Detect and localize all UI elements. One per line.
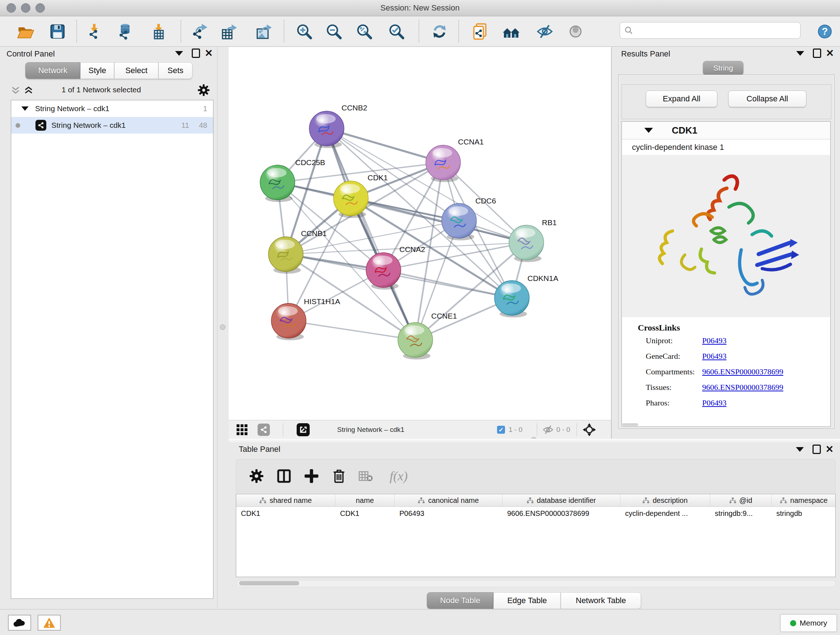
import-network-file-button[interactable]	[84, 21, 104, 42]
table-horizontal-scrollbar[interactable]	[237, 580, 836, 587]
expand-all-chevrons-icon[interactable]	[24, 86, 33, 95]
results-panel-close-button[interactable]: ✕	[824, 48, 836, 59]
column-header-namespace[interactable]: namespace	[772, 494, 836, 507]
table-panel-collapse-button[interactable]	[794, 444, 806, 455]
tab-style[interactable]: Style	[80, 62, 114, 79]
selected-checkbox-icon[interactable]: ✓	[497, 426, 505, 434]
main-toolbar: ?	[0, 16, 840, 47]
results-scrollbar-thumb[interactable]	[622, 423, 638, 426]
uniprot-link[interactable]: P06493	[702, 336, 726, 345]
search-input[interactable]	[636, 26, 800, 35]
tab-network[interactable]: Network	[25, 62, 80, 79]
toolbar-separator	[458, 20, 459, 42]
show-graphics-details-button[interactable]	[566, 21, 585, 42]
network-node-CCNA1[interactable]: CCNA1	[426, 138, 484, 182]
column-header-id[interactable]: @id	[710, 494, 772, 507]
collapse-all-button[interactable]: Collapse All	[728, 90, 806, 107]
refresh-layout-button[interactable]	[430, 21, 449, 42]
delete-table-icon	[358, 470, 373, 482]
column-header-database-identifier[interactable]: database identifier	[502, 494, 621, 507]
network-collection-row[interactable]: String Network – cdk1 1	[11, 100, 213, 117]
results-panel-collapse-button[interactable]	[794, 48, 806, 59]
table-options-button[interactable]	[246, 466, 267, 486]
network-edge-CCNA2-CDKN1A[interactable]	[384, 270, 512, 298]
zoom-in-button[interactable]	[294, 21, 314, 42]
collapse-all-chevrons-icon[interactable]	[11, 86, 20, 95]
column-header-description[interactable]: description	[621, 494, 710, 507]
network-edge-CCNB2-CCNA1[interactable]	[327, 128, 443, 163]
cloud-status-button[interactable]	[8, 615, 31, 631]
create-column-button[interactable]	[302, 466, 322, 486]
cell-namespace[interactable]: stringdb	[772, 507, 836, 519]
export-table-button[interactable]	[219, 21, 239, 42]
function-builder-button[interactable]: f(x)	[382, 466, 415, 486]
delete-table-button[interactable]	[355, 466, 376, 486]
open-browser-button[interactable]	[501, 21, 521, 42]
splitter-handle[interactable]	[220, 325, 225, 330]
view-grid-button[interactable]	[237, 420, 248, 439]
network-node-CDKN1A[interactable]: CDKN1A	[494, 274, 558, 318]
column-header-canonical-name[interactable]: canonical name	[395, 494, 502, 507]
memory-button[interactable]: Memory	[780, 614, 837, 632]
section-collapse-icon[interactable]	[644, 128, 653, 133]
import-network-database-button[interactable]	[115, 21, 134, 42]
control-panel-collapse-button[interactable]	[173, 48, 185, 59]
tab-string[interactable]: String	[703, 61, 744, 75]
column-header-shared-name[interactable]: shared name	[236, 494, 335, 507]
table-panel-close-button[interactable]: ✕	[823, 444, 836, 455]
string-results-container: Expand All Collapse All CDK1 cyclin-depe…	[618, 74, 835, 429]
export-image-button[interactable]	[254, 21, 274, 42]
network-edge-HIST1H1A-CCNE1[interactable]	[289, 321, 415, 340]
help-button[interactable]: ?	[815, 21, 835, 42]
scrollbar-thumb[interactable]	[239, 581, 299, 585]
cell-database-identifier[interactable]: 9606.ENSP00000378699	[502, 507, 621, 519]
network-canvas[interactable]: CCNB2CCNA1CDC25BCDK1CDC6RB1CCNB1CCNA2CDK…	[229, 47, 611, 420]
zoom-fit-button[interactable]	[355, 21, 374, 42]
view-share-button[interactable]	[257, 420, 270, 439]
expand-all-button[interactable]: Expand All	[646, 90, 717, 107]
birdseye-toggle-button[interactable]	[297, 420, 309, 439]
control-panel-float-button[interactable]	[189, 48, 202, 59]
network-node-HIST1H1A[interactable]: HIST1H1A	[271, 297, 340, 340]
table-panel-float-button[interactable]	[810, 444, 823, 455]
warnings-button[interactable]	[38, 615, 61, 631]
pharos-link[interactable]: P06493	[702, 398, 726, 408]
zoom-selected-button[interactable]	[387, 21, 406, 42]
control-panel-close-button[interactable]: ✕	[202, 48, 215, 59]
network-node-CCNB1[interactable]: CCNB1	[268, 229, 327, 274]
hide-annotations-button[interactable]	[535, 21, 554, 42]
import-table-button[interactable]	[149, 21, 168, 42]
results-panel-float-button[interactable]	[811, 48, 823, 59]
tab-select[interactable]: Select	[114, 62, 158, 79]
open-session-button[interactable]	[16, 21, 35, 42]
tissues-link[interactable]: 9606.ENSP00000378699	[702, 383, 783, 392]
network-node-CDK1[interactable]: CDK1	[333, 173, 388, 218]
column-header-name[interactable]: name	[335, 494, 395, 507]
save-session-button[interactable]	[48, 21, 67, 42]
gene-section-header[interactable]: CDK1	[622, 122, 830, 139]
compartments-link[interactable]: 9606.ENSP00000378699	[702, 367, 783, 377]
share-document-button[interactable]	[471, 21, 490, 42]
tab-network-table[interactable]: Network Table	[561, 592, 641, 609]
network-node-RB1[interactable]: RB1	[509, 218, 557, 262]
gear-icon[interactable]	[197, 84, 210, 96]
tab-sets[interactable]: Sets	[158, 62, 193, 79]
tab-node-table[interactable]: Node Table	[427, 592, 493, 609]
genecard-link[interactable]: P06493	[702, 352, 726, 361]
show-columns-button[interactable]	[274, 466, 294, 486]
tree-expand-icon[interactable]	[21, 106, 28, 111]
fit-content-button[interactable]	[583, 420, 596, 439]
network-row[interactable]: String Network – cdk1 11 48	[11, 117, 213, 134]
network-node-CCNB2[interactable]: CCNB2	[309, 103, 367, 148]
export-table-icon	[221, 23, 238, 40]
cell-description[interactable]: cyclin-dependent ...	[621, 507, 710, 519]
cell-name[interactable]: CDK1	[335, 507, 395, 519]
cell-shared-name[interactable]: CDK1	[236, 507, 335, 519]
left-splitter[interactable]	[217, 47, 229, 609]
tab-edge-table[interactable]: Edge Table	[493, 592, 561, 609]
cell-canonical-name[interactable]: P06493	[395, 507, 502, 519]
zoom-out-button[interactable]	[324, 21, 344, 42]
delete-column-button[interactable]	[329, 466, 349, 486]
export-network-button[interactable]	[190, 21, 210, 42]
cell-id[interactable]: stringdb:9...	[710, 507, 772, 519]
